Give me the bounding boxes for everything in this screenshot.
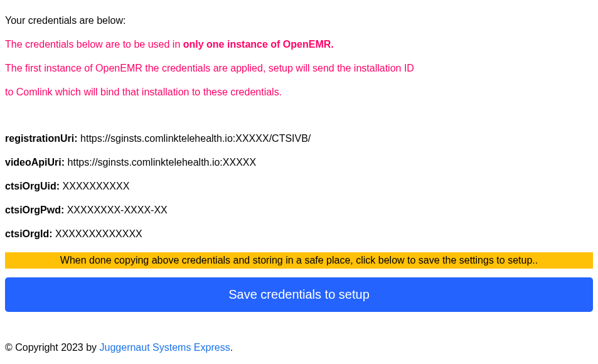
cred-label: videoApiUri: <box>5 157 65 168</box>
cred-label: registrationUri: <box>5 133 78 144</box>
copyright-prefix: © Copyright 2023 by <box>5 342 100 353</box>
cred-value: https://sginsts.comlinktelehealth.io:XXX… <box>68 157 257 168</box>
cred-value: XXXXXXXXXX <box>63 181 130 191</box>
warning-prefix: The credentials below are to be used in <box>5 39 183 50</box>
cred-row-ctsiorgpwd: ctsiOrgPwd: XXXXXXXX-XXXX-XX <box>5 205 593 216</box>
cred-row-ctsiorgid: ctsiOrgId: XXXXXXXXXXXXX <box>5 228 593 240</box>
cred-row-ctsiorguid: ctsiOrgUid: XXXXXXXXXX <box>5 181 593 192</box>
warning-line-2: The first instance of OpenEMR the creden… <box>5 63 593 74</box>
warning-line-3: to Comlink which will bind that installa… <box>5 87 593 98</box>
footer-link[interactable]: Juggernaut Systems Express <box>100 342 230 353</box>
instruction-banner: When done copying above credentials and … <box>5 252 593 269</box>
save-credentials-button[interactable]: Save credentials to setup <box>5 277 593 312</box>
cred-label: ctsiOrgId: <box>5 228 53 239</box>
credentials-intro: Your credentials are below: <box>5 15 593 26</box>
cred-row-registrationuri: registrationUri: https://sginsts.comlink… <box>5 133 593 144</box>
cred-label: ctsiOrgPwd: <box>5 205 64 215</box>
copyright-suffix: . <box>230 342 233 353</box>
credentials-section: registrationUri: https://sginsts.comlink… <box>5 133 593 252</box>
cred-value: XXXXXXXXXXXXX <box>55 228 142 239</box>
cred-value: XXXXXXXX-XXXX-XX <box>67 205 168 215</box>
cred-label: ctsiOrgUid: <box>5 181 60 191</box>
cred-value: https://sginsts.comlinktelehealth.io:XXX… <box>80 133 311 144</box>
warning-bold: only one instance of OpenEMR. <box>183 39 334 50</box>
cred-row-videoapiuri: videoApiUri: https://sginsts.comlinktele… <box>5 157 593 168</box>
warning-line-1: The credentials below are to be used in … <box>5 39 593 50</box>
footer-copyright: © Copyright 2023 by Juggernaut Systems E… <box>5 342 593 353</box>
